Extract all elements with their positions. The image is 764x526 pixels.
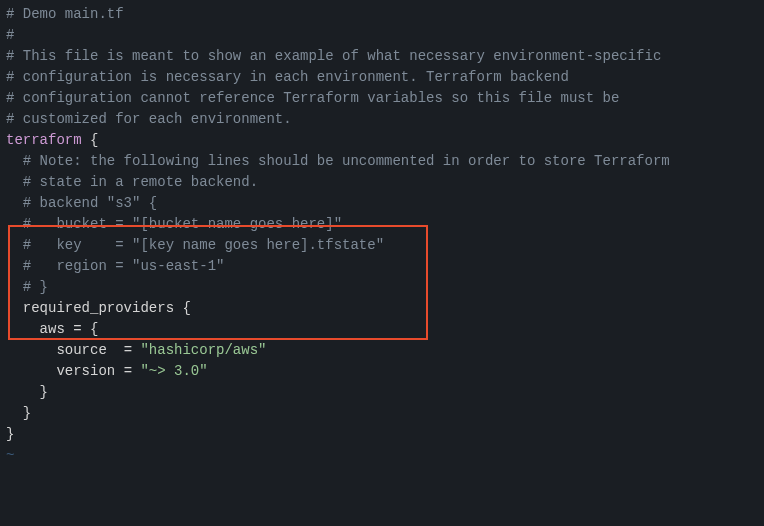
code-segment: version — [6, 363, 124, 379]
code-segment: source — [6, 342, 124, 358]
code-line: # This file is meant to show an example … — [6, 46, 758, 67]
code-line: # Demo main.tf — [6, 4, 758, 25]
code-line: } — [6, 403, 758, 424]
code-segment: { — [174, 300, 191, 316]
code-segment: "~> 3.0" — [140, 363, 207, 379]
code-segment: # This file is meant to show an example … — [6, 48, 661, 64]
code-segment: # bucket = "[bucket name goes here]" — [6, 216, 342, 232]
code-line: required_providers { — [6, 298, 758, 319]
code-segment: { — [82, 132, 99, 148]
code-segment: "hashicorp/aws" — [140, 342, 266, 358]
code-segment: # Note: the following lines should be un… — [6, 153, 670, 169]
code-segment: } — [6, 426, 14, 442]
code-segment: # backend "s3" { — [6, 195, 157, 211]
code-segment: } — [6, 384, 48, 400]
code-segment: # state in a remote backend. — [6, 174, 258, 190]
code-segment: = { — [65, 321, 99, 337]
code-segment: # — [6, 27, 14, 43]
code-line: # bucket = "[bucket name goes here]" — [6, 214, 758, 235]
code-segment: # customized for each environment. — [6, 111, 292, 127]
code-line: aws = { — [6, 319, 758, 340]
code-block: # Demo main.tf## This file is meant to s… — [6, 4, 758, 466]
code-line: # configuration cannot reference Terrafo… — [6, 88, 758, 109]
code-segment: # Demo main.tf — [6, 6, 124, 22]
code-line: } — [6, 424, 758, 445]
code-line: # state in a remote backend. — [6, 172, 758, 193]
code-segment: required_providers — [6, 300, 174, 316]
code-line: # backend "s3" { — [6, 193, 758, 214]
code-segment: # configuration is necessary in each env… — [6, 69, 569, 85]
code-segment: aws — [6, 321, 65, 337]
code-line: # configuration is necessary in each env… — [6, 67, 758, 88]
code-segment: = — [124, 342, 141, 358]
code-line: terraform { — [6, 130, 758, 151]
code-segment: } — [6, 405, 31, 421]
code-line: # key = "[key name goes here].tfstate" — [6, 235, 758, 256]
code-line: # — [6, 25, 758, 46]
code-segment: # key = "[key name goes here].tfstate" — [6, 237, 384, 253]
code-segment: terraform — [6, 132, 82, 148]
code-line: } — [6, 382, 758, 403]
code-line: # customized for each environment. — [6, 109, 758, 130]
code-line: version = "~> 3.0" — [6, 361, 758, 382]
code-line: source = "hashicorp/aws" — [6, 340, 758, 361]
code-line: ~ — [6, 445, 758, 466]
code-line: # Note: the following lines should be un… — [6, 151, 758, 172]
code-segment: # configuration cannot reference Terrafo… — [6, 90, 619, 106]
code-segment: = — [124, 363, 141, 379]
code-segment: # region = "us-east-1" — [6, 258, 224, 274]
code-segment: ~ — [6, 447, 14, 463]
code-line: # } — [6, 277, 758, 298]
code-line: # region = "us-east-1" — [6, 256, 758, 277]
code-segment: # } — [6, 279, 48, 295]
